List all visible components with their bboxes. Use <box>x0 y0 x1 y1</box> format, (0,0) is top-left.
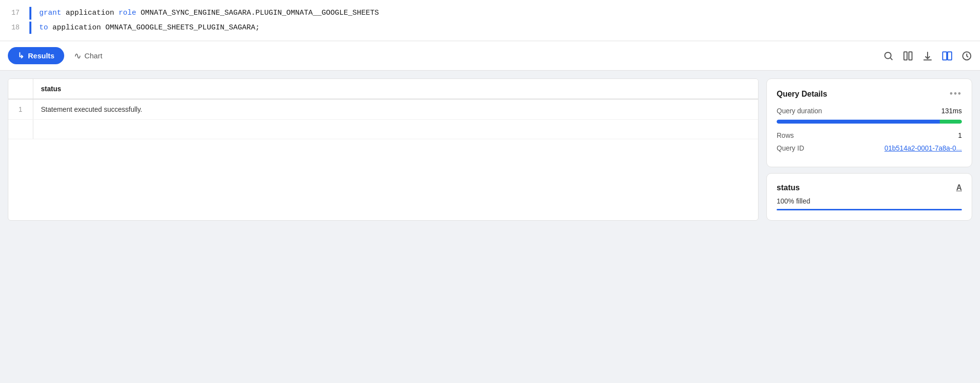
code-editor: 17 grant application role OMNATA_SYNC_EN… <box>0 0 980 41</box>
split-view-icon <box>942 51 953 61</box>
svg-rect-2 <box>904 51 907 60</box>
status-value-text: 100% filled <box>777 197 962 205</box>
duration-bar-blue <box>777 120 940 124</box>
row-status-1: Statement executed successfully. <box>33 99 758 120</box>
chart-wave-icon: ∿ <box>74 51 81 61</box>
query-details-header: Query Details ••• <box>777 89 962 99</box>
columns-icon <box>903 51 913 61</box>
main-container: 17 grant application role OMNATA_SYNC_EN… <box>0 0 980 383</box>
query-details-title: Query Details <box>777 90 827 99</box>
duration-value: 131ms <box>941 107 962 115</box>
history-icon <box>961 51 972 61</box>
code-text-1: application <box>66 9 119 17</box>
row-number-header <box>8 79 33 99</box>
svg-line-1 <box>890 58 892 60</box>
download-button[interactable] <box>922 51 933 61</box>
query-details-card: Query Details ••• Query duration 131ms R… <box>766 78 972 167</box>
results-arrow-icon: ↳ <box>18 51 24 60</box>
svg-point-0 <box>885 52 891 58</box>
columns-button[interactable] <box>903 51 913 61</box>
content-area: status 1 Statement executed successfully… <box>0 71 980 229</box>
keyword-role: role <box>119 9 136 17</box>
query-details-menu-button[interactable]: ••• <box>950 89 962 99</box>
rows-row: Rows 1 <box>777 131 962 139</box>
keyword-grant: grant <box>39 9 61 17</box>
results-panel: status 1 Statement executed successfully… <box>8 78 759 221</box>
split-view-button[interactable] <box>942 51 953 61</box>
code-text-3: application OMNATA_GOOGLE_SHEETS_PLUGIN_… <box>52 24 260 32</box>
history-button[interactable] <box>961 51 972 61</box>
toolbar-icons <box>883 51 972 61</box>
query-id-label: Query ID <box>777 144 804 152</box>
line-number-17: 17 <box>0 7 29 19</box>
code-line-17: 17 grant application role OMNATA_SYNC_EN… <box>0 6 980 21</box>
empty-row-cell <box>33 120 758 139</box>
code-content-17: grant application role OMNATA_SYNC_ENGIN… <box>39 7 980 20</box>
table-header-row: status <box>8 79 758 99</box>
empty-row-num <box>8 120 33 139</box>
type-icon: A <box>956 183 962 192</box>
keyword-to: to <box>39 24 48 32</box>
code-text-2: OMNATA_SYNC_ENGINE_SAGARA.PLUGIN_OMNATA_… <box>141 9 379 17</box>
line-number-18: 18 <box>0 22 29 34</box>
download-icon <box>922 51 933 61</box>
code-line-18: 18 to application OMNATA_GOOGLE_SHEETS_P… <box>0 21 980 35</box>
search-button[interactable] <box>883 51 894 61</box>
table-row-empty <box>8 120 758 139</box>
status-card: status A 100% filled <box>766 173 972 221</box>
line-indicator-18 <box>29 22 31 34</box>
status-progress-bar <box>777 209 962 210</box>
code-content-18: to application OMNATA_GOOGLE_SHEETS_PLUG… <box>39 22 980 34</box>
rows-value: 1 <box>958 131 962 139</box>
status-column-header: status <box>33 79 758 99</box>
duration-row: Query duration 131ms <box>777 107 962 115</box>
results-label: Results <box>28 51 54 60</box>
row-number-1: 1 <box>8 99 33 120</box>
rows-label: Rows <box>777 131 794 139</box>
svg-rect-3 <box>909 51 912 60</box>
chart-button[interactable]: ∿ Chart <box>68 47 108 65</box>
status-card-header: status A <box>777 183 962 192</box>
status-type-button[interactable]: A <box>956 183 962 192</box>
query-id-row: Query ID 01b514a2-0001-7a8a-0... <box>777 144 962 152</box>
query-id-link[interactable]: 01b514a2-0001-7a8a-0... <box>884 144 962 152</box>
table-row: 1 Statement executed successfully. <box>8 99 758 120</box>
results-button[interactable]: ↳ Results <box>8 47 64 64</box>
toolbar: ↳ Results ∿ Chart <box>0 41 980 71</box>
chart-label: Chart <box>84 51 102 60</box>
svg-rect-5 <box>943 51 947 60</box>
right-panel: Query Details ••• Query duration 131ms R… <box>766 78 972 221</box>
line-indicator-17 <box>29 7 31 20</box>
status-card-title: status <box>777 183 800 192</box>
svg-rect-6 <box>948 51 952 60</box>
search-icon <box>883 51 894 61</box>
duration-label: Query duration <box>777 107 822 115</box>
results-table: status 1 Statement executed successfully… <box>8 79 758 139</box>
duration-bar <box>777 120 962 124</box>
duration-bar-green <box>940 120 962 124</box>
